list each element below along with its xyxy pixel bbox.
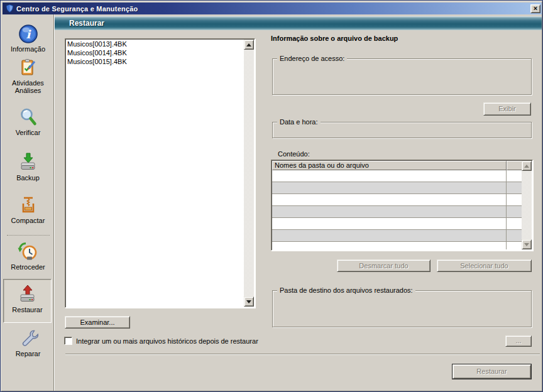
selecionar-tudo-button[interactable]: Selecionar tudo <box>437 259 532 272</box>
scroll-up-button[interactable] <box>244 40 254 50</box>
data-hora-label: Data e hora: <box>277 117 321 126</box>
titlebar[interactable]: Centro de Segurança e Manutenção × <box>3 3 542 14</box>
sidebar-item-label: Restaurar <box>4 306 51 313</box>
sidebar-item-verificar[interactable]: Verificar <box>3 107 53 136</box>
table-row[interactable] <box>272 182 522 194</box>
integrate-history-checkbox-row[interactable]: Integrar um ou mais arquivos históricos … <box>64 337 258 345</box>
scroll-up-icon <box>246 43 251 46</box>
table-row[interactable] <box>272 218 522 230</box>
sidebar-item-label: Verificar <box>3 129 53 136</box>
info-icon: i <box>18 23 39 45</box>
table-row[interactable] <box>272 194 522 206</box>
table-row[interactable] <box>272 230 522 242</box>
table-row[interactable] <box>272 242 522 249</box>
sidebar-item-restaurar[interactable]: Restaurar <box>3 279 52 323</box>
sidebar-item-label: Atividades Análises <box>3 79 53 94</box>
table-row[interactable] <box>272 170 522 182</box>
desmarcar-tudo-button[interactable]: Desmarcar tudo <box>337 259 431 272</box>
table-row[interactable] <box>272 206 522 218</box>
app-window: Centro de Segurança e Manutenção × i Inf… <box>0 0 543 392</box>
sidebar-item-retroceder[interactable]: Retroceder <box>3 241 53 271</box>
restaurar-button[interactable]: Restaurar <box>452 364 531 379</box>
table-scroll-down-button[interactable] <box>522 239 532 249</box>
sidebar-item-label: Backup <box>3 174 53 182</box>
sidebar-item-reparar[interactable]: Reparar <box>3 328 53 357</box>
sidebar-item-compactar[interactable]: Compactar <box>3 195 53 224</box>
list-item[interactable]: Musicos[0014].4BK <box>66 48 243 57</box>
scroll-up-icon <box>524 165 529 168</box>
restore-drive-icon <box>17 284 38 305</box>
conteudo-label: Conteúdo: <box>278 150 310 158</box>
table-header-narrow[interactable] <box>507 161 522 170</box>
close-button[interactable]: × <box>530 4 540 13</box>
info-panel-heading: Informação sobre o arquivo de backup <box>271 35 398 42</box>
rollback-clock-icon <box>18 241 39 263</box>
backup-file-listbox[interactable]: Musicos[0013].4BK Musicos[0014].4BK Musi… <box>65 38 255 308</box>
wrench-icon <box>18 328 39 349</box>
data-hora-groupbox: Data e hora: <box>272 122 532 138</box>
sidebar-item-label: Retroceder <box>3 263 53 271</box>
backup-file-items: Musicos[0013].4BK Musicos[0014].4BK Musi… <box>66 40 243 307</box>
sidebar: i Informação Atividades Análises Verific… <box>3 14 53 391</box>
examinar-button[interactable]: Examinar... <box>65 316 130 329</box>
table-header[interactable]: Nomes da pasta ou do arquivo <box>272 161 507 170</box>
compress-icon <box>18 195 39 216</box>
scroll-down-button[interactable] <box>244 297 254 307</box>
magnifier-icon <box>18 107 39 128</box>
sidebar-item-informacao[interactable]: i Informação <box>3 23 53 53</box>
exibir-button[interactable]: Exibir <box>483 102 531 116</box>
scroll-down-icon <box>246 300 251 303</box>
close-icon: × <box>534 4 537 12</box>
sidebar-item-label: Informação <box>3 45 53 53</box>
table-scrollbar[interactable] <box>522 161 532 249</box>
scroll-down-icon <box>524 243 529 246</box>
bottom-separator <box>65 354 540 355</box>
sidebar-item-label: Reparar <box>3 350 53 357</box>
endereco-label: Endereço de acesso: <box>277 54 347 63</box>
list-item[interactable]: Musicos[0013].4BK <box>66 40 243 48</box>
listbox-scrollbar[interactable] <box>244 40 254 307</box>
backup-drive-icon <box>18 152 39 173</box>
pasta-destino-label: Pasta de destino dos arquivos restaurado… <box>277 286 415 295</box>
shield-icon <box>5 4 14 13</box>
window-title: Centro de Segurança e Manutenção <box>16 5 530 13</box>
activities-clipboard-icon <box>18 57 39 79</box>
checkbox-label: Integrar um ou mais arquivos históricos … <box>76 337 258 345</box>
sidebar-item-backup[interactable]: Backup <box>3 152 53 182</box>
content-table: Nomes da pasta ou do arquivo <box>271 160 533 251</box>
table-rows <box>272 170 522 249</box>
browse-button[interactable]: ... <box>505 335 532 347</box>
page-header: Restaurar <box>55 16 542 30</box>
sidebar-separator <box>7 235 50 236</box>
pasta-destino-groupbox: Pasta de destino dos arquivos restaurado… <box>272 290 532 327</box>
checkbox-unchecked-icon[interactable] <box>64 337 72 345</box>
sidebar-item-label: Compactar <box>3 217 53 224</box>
sidebar-item-atividades-analises[interactable]: Atividades Análises <box>3 57 53 94</box>
page-title: Restaurar <box>69 19 104 28</box>
sidebar-divider <box>53 14 55 391</box>
list-item[interactable]: Musicos[0015].4BK <box>66 57 243 66</box>
endereco-groupbox: Endereço de acesso: <box>272 58 532 95</box>
table-scroll-up-button[interactable] <box>522 161 532 171</box>
